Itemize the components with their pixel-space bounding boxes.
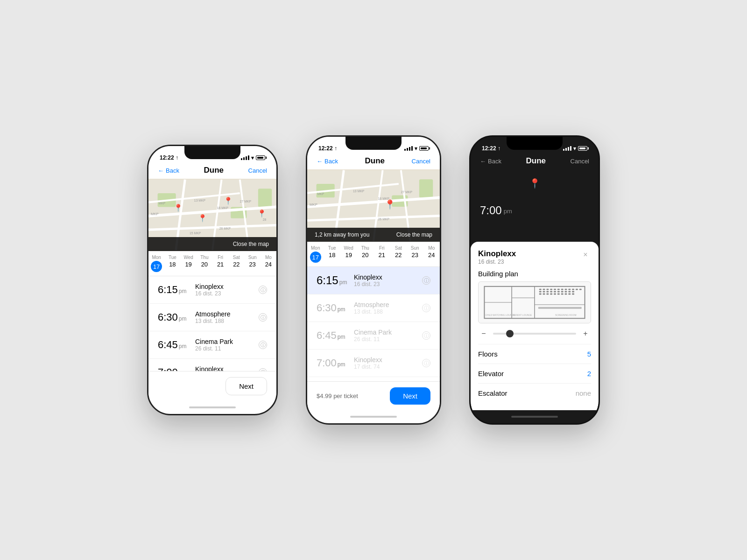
svg-rect-49 [550,289,552,290]
modal-info-row-elevator: Elevator 2 [478,364,591,383]
svg-rect-64 [561,291,564,293]
back-button-1[interactable]: ← Back [158,167,179,174]
cancel-button-2[interactable]: Cancel [412,158,430,165]
map-pin-3: 📍 [529,178,541,189]
next-button-2[interactable]: Next [390,387,430,405]
info-icon-2-1[interactable]: ⓘ [422,276,430,285]
info-icon-2-2[interactable]: ⓘ [422,304,430,312]
modal-info-value-elevator: 2 [587,370,591,378]
status-icons-3: ▾ [563,143,587,152]
modal-close-3[interactable]: × [580,249,591,260]
showtime-item-1-1[interactable]: 6:15pm Kinoplexx 16 dist. 23 ⓘ [148,276,276,304]
svg-rect-75 [565,293,567,294]
date-cell-wed-2[interactable]: Wed 19 [340,242,357,266]
date-cell-mo-1[interactable]: Mo 24 [261,251,276,276]
svg-rect-52 [561,289,564,290]
bar1 [241,158,242,160]
bar4 [248,155,249,160]
notch-3 [507,137,563,150]
date-cell-sun-2[interactable]: Sun 23 [407,242,423,266]
date-cell-thu-1[interactable]: Thu 20 [197,251,212,276]
home-indicator-2 [307,410,440,423]
info-icon-1-1[interactable]: ⓘ [259,286,267,294]
showtime-item-2-2[interactable]: 6:30pm Atmosphere 13 dist. 188 ⓘ [307,294,440,322]
close-map-btn-1[interactable]: Close the map [233,241,269,247]
battery-fill-1 [257,157,263,159]
only-next-1: Next [148,371,276,401]
info-icon-1-3[interactable]: ⓘ [259,341,267,349]
date-cell-sat-2[interactable]: Sat 22 [390,242,407,266]
close-map-btn-2[interactable]: Close the map [396,231,432,238]
date-cell-tue-1[interactable]: Tue 18 [164,251,180,276]
info-icon-2-3[interactable]: ⓘ [422,331,430,340]
showtime-item-2-3[interactable]: 6:45pm Cinema Park 26 dist. 11 ⓘ [307,322,440,350]
back-button-2[interactable]: ← Back [317,158,338,165]
bar3-2 [409,147,410,151]
cancel-button-3[interactable]: Cancel [571,158,589,165]
info-icon-1-2[interactable]: ⓘ [259,313,267,322]
modal-section-title-3: Building plan [478,270,591,278]
dark-map-area: 📍 [471,169,599,197]
date-cell-mon-2[interactable]: Mon 17 [307,242,324,266]
phone-1: 12:22 ↑ ▾ ← Back Dune [147,145,278,415]
showtime-item-2-4[interactable]: 7:00pm Kinoplexx 17 dist. 74 ⓘ [307,350,440,377]
svg-text:CHILD WATCHING LOUNGE: CHILD WATCHING LOUNGE [485,314,515,316]
zoom-plus-3[interactable]: + [580,328,591,339]
nav-bar-3: ← Back Dune Cancel [471,154,599,169]
zoom-control-3: − + [478,328,591,339]
nav-title-3: Dune [526,156,546,166]
date-cell-mo-2[interactable]: Mo 24 [423,242,440,266]
status-icons-1: ▾ [241,152,265,161]
svg-text:MKP: MKP [151,212,159,216]
bar4-2 [411,146,413,151]
back-button-3[interactable]: ← Back [480,158,501,165]
date-cell-tue-2[interactable]: Tue 18 [324,242,341,266]
date-cell-fri-1[interactable]: Fri 21 [212,251,228,276]
info-icon-2-4[interactable]: ⓘ [422,359,430,367]
showtime-item-1-4[interactable]: 7:00pm Kinoplexx 17 dist. 74 ⓘ [148,359,276,371]
svg-text:13 MKP: 13 MKP [194,199,206,202]
svg-rect-48 [546,289,549,290]
date-cell-wed-1[interactable]: Wed 19 [181,251,197,276]
svg-rect-68 [539,293,542,294]
svg-rect-50 [554,289,556,290]
date-cell-thu-2[interactable]: Thu 20 [357,242,374,266]
date-cell-fri-2[interactable]: Fri 21 [374,242,390,266]
svg-rect-62 [554,291,556,293]
svg-rect-78 [538,307,582,309]
svg-rect-46 [539,289,542,290]
showtime-item-1-3[interactable]: 6:45pm Cinema Park 26 dist. 11 ⓘ [148,331,276,359]
phone-2: 12:22 ↑ ▾ ← Back Dune [306,135,441,425]
showtime-item-1-2[interactable]: 6:30pm Atmosphere 13 dist. 188 ⓘ [148,304,276,331]
date-cell-sat-1[interactable]: Sat 22 [228,251,244,276]
next-button-1[interactable]: Next [226,377,267,395]
map-area-2: MKP MKP 16 MKP 27 MKP 13 MKP 26 MKP 📍 1,… [307,169,440,242]
svg-rect-56 [576,289,578,290]
svg-text:26 MKP: 26 MKP [378,217,390,221]
battery-fill-2 [421,147,427,149]
date-cell-mon-1[interactable]: Mon 17 [148,251,164,276]
cancel-button-1[interactable]: Cancel [248,167,267,174]
svg-rect-51 [557,289,560,290]
phone-3: 12:22 ↑ ▾ ← Back Dune [469,135,600,425]
map-overlay-bar-2: 1,2 km away from you Close the map [307,228,440,242]
svg-rect-63 [557,291,560,293]
modal-info-row-escalator: Escalator none [478,383,591,403]
zoom-minus-3[interactable]: − [478,328,489,339]
modal-header-3: Kinoplexx 16 dist. 23 × [478,249,591,265]
bar2 [243,157,245,160]
date-row-2: Mon 17 Tue 18 Wed 19 Thu 20 Fri 21 [307,242,440,267]
showtime-time-1-1: 6:15pm [158,284,195,296]
svg-rect-57 [579,289,582,290]
nav-bar-1: ← Back Dune Cancel [148,164,276,179]
bottom-bar-2: $4.99 per ticket Next [307,381,440,410]
showtime-item-2-1[interactable]: 6:15pm Kinoplexx 16 dist. 23 ⓘ [307,267,440,294]
bar1-2 [404,149,406,151]
svg-rect-69 [543,293,545,294]
bar1-3 [563,149,564,151]
svg-rect-25 [419,179,433,197]
wifi-icon-2: ▾ [415,146,417,152]
nav-bar-2: ← Back Dune Cancel [307,154,440,169]
date-cell-sun-1[interactable]: Sun 23 [245,251,261,276]
zoom-slider-3[interactable] [493,333,576,335]
